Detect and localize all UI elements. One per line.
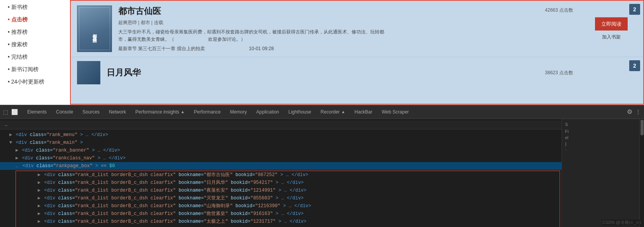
- dom-line-book-3[interactable]: ▶ <div class="rank_d_list borderB_c_dsh …: [16, 187, 560, 194]
- scrollbar[interactable]: [639, 119, 644, 227]
- book-stats-1: 42663 点击数: [545, 7, 573, 14]
- dom-line-book-8[interactable]: ▶ <div class="rank_d_list borderB_c_dsh …: [16, 225, 560, 227]
- dom-line-rank-banner[interactable]: ▶ <div class="rank_banner" > … </div>: [0, 147, 562, 154]
- settings-icon[interactable]: ⚙: [627, 108, 632, 115]
- dom-highlight-box: ▶ <div class="rank_d_list borderB_c_dsh …: [16, 171, 560, 227]
- dom-line-book-5[interactable]: ▶ <div class="rank_d_list borderB_c_dsh …: [16, 202, 560, 210]
- tab-hackbar[interactable]: HackBar: [350, 107, 377, 117]
- book-rank-1: 2: [629, 4, 640, 15]
- nav-item-24h[interactable]: 24小时更新榜: [8, 79, 62, 86]
- dom-line-rankpage-box[interactable]: … <div class="rankpage_box" > == $0: [0, 162, 562, 170]
- dom-line-rankclass-nav[interactable]: ▶ <div class="rankclass_nav" > … </div>: [0, 154, 562, 162]
- right-dot-label: .: [565, 146, 636, 151]
- book-latest-1: 最新章节 第三七百三十一章 擂台上的拍卖 10-01 09:28: [118, 45, 637, 52]
- dom-line-book-4[interactable]: ▶ <div class="rank_d_list borderB_c_dsh …: [16, 194, 560, 202]
- mobile-icon[interactable]: ⬜: [11, 109, 18, 115]
- csdn-watermark: CSDN @冷巷(⊙_⊙): [602, 220, 641, 225]
- recorder-warning-icon: ▲: [341, 110, 345, 114]
- nav-item-wanjiebang[interactable]: 完结榜: [8, 54, 62, 61]
- tab-memory[interactable]: Memory: [225, 107, 251, 117]
- devtools-panel: ⬚ ⬜ Elements Console Sources Network Per…: [0, 105, 644, 227]
- dom-line-book-7[interactable]: ▶ <div class="rank_d_list borderB_c_dsh …: [16, 218, 560, 225]
- right-el-label: el: [565, 135, 636, 140]
- tab-console[interactable]: Console: [51, 107, 78, 117]
- book-title-2: 日月风华: [107, 67, 141, 79]
- nav-item-xinshubang[interactable]: 新书榜: [8, 4, 62, 11]
- dom-line-book-6[interactable]: ▶ <div class="rank_d_list borderB_c_dsh …: [16, 210, 560, 218]
- webpage-area: 新书榜 点击榜 推荐榜 搜索榜 完结榜 新书订阅榜 24小时更新榜 都市古仙医 …: [0, 0, 644, 105]
- warning-icon: ▲: [181, 110, 185, 114]
- tab-web-scraper[interactable]: Web Scraper: [377, 107, 414, 117]
- tab-recorder[interactable]: Recorder ▲: [316, 107, 350, 117]
- book-stats-2: 38623 点击数: [545, 70, 573, 76]
- nav-item-shichanbang[interactable]: 搜索榜: [8, 41, 62, 48]
- scrollbar-thumb[interactable]: [640, 120, 644, 135]
- book-item-1: 都市古仙医 都市古仙医 超爽恩哔 | 都市 | 连载 大三学生叶不凡，碰瓷给母亲…: [71, 1, 643, 57]
- tab-elements[interactable]: Elements: [23, 107, 51, 117]
- main-content: 都市古仙医 都市古仙医 超爽恩哔 | 都市 | 连载 大三学生叶不凡，碰瓷给母亲…: [70, 0, 644, 105]
- book-rank-2: 2: [629, 60, 640, 71]
- more-icon[interactable]: ⋮: [635, 109, 641, 115]
- tab-sources[interactable]: Sources: [78, 107, 104, 117]
- tab-performance[interactable]: Performance: [189, 107, 226, 117]
- book-meta-1: 超爽恩哔 | 都市 | 连载: [118, 19, 637, 26]
- nav-item-dianjibang[interactable]: 点击榜: [8, 16, 62, 23]
- right-filter-label: Fi: [565, 129, 636, 134]
- book-actions-1: 立即阅读 加入书架: [595, 17, 628, 40]
- dom-line-book-1[interactable]: ▶ <div class="rank_d_list borderB_c_dsh …: [16, 171, 560, 179]
- cursor-icon[interactable]: ⬚: [3, 109, 8, 115]
- book-desc-1: 大三学生叶不凡，碰瓷给母亲筹集医药费，却遇到不按套路出牌的女司机，被撞后获得古医…: [118, 28, 390, 43]
- left-nav: 新书榜 点击榜 推荐榜 搜索榜 完结榜 新书订阅榜 24小时更新榜: [0, 0, 70, 105]
- shelf-button-1[interactable]: 加入书架: [602, 34, 621, 40]
- tab-performance-insights[interactable]: Performance insights ▲: [131, 107, 189, 117]
- dom-line-rank-menu[interactable]: ▶ <div class="rank_menu" > … </div>: [0, 131, 562, 139]
- toolbar-btn-1[interactable]: …: [3, 121, 9, 128]
- elements-toolbar: …: [0, 120, 562, 129]
- nav-item-xinshudingbang[interactable]: 新书订阅榜: [8, 66, 62, 73]
- tab-application[interactable]: Application: [252, 107, 284, 117]
- book-item-2: 日月风华 38623 点击数 2: [71, 57, 643, 88]
- tab-network[interactable]: Network: [104, 107, 131, 117]
- devtools-content: … ▶ <div class="rank_menu" > … </div> ▼ …: [0, 119, 644, 227]
- right-bracket-label: }: [565, 141, 636, 146]
- tab-lighthouse[interactable]: Lighthouse: [284, 107, 316, 117]
- book-cover-1: 都市古仙医: [77, 5, 112, 52]
- devtools-tabs: ⬚ ⬜ Elements Console Sources Network Per…: [0, 105, 644, 119]
- dom-line-rank-main[interactable]: ▼ <div class="rank_main" >: [0, 139, 562, 147]
- read-button-1[interactable]: 立即阅读: [595, 17, 628, 31]
- right-panel-label: S: [565, 122, 636, 127]
- nav-item-tuijianbang[interactable]: 推荐榜: [8, 29, 62, 36]
- dom-line-book-2[interactable]: ▶ <div class="rank_d_list borderB_c_dsh …: [16, 179, 560, 187]
- elements-panel[interactable]: … ▶ <div class="rank_menu" > … </div> ▼ …: [0, 119, 562, 227]
- right-panel: S Fi el } .: [562, 119, 639, 227]
- book-cover-2: [77, 61, 100, 84]
